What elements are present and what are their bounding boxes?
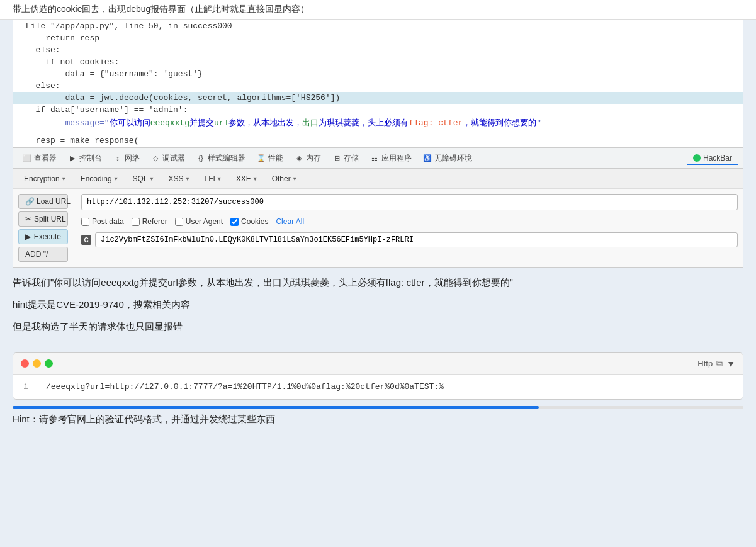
post-data-checkbox-item[interactable]: Post data bbox=[81, 217, 124, 226]
copy-icon[interactable]: ⧉ bbox=[716, 358, 723, 369]
referer-checkbox[interactable] bbox=[132, 218, 140, 226]
cookie-row: C bbox=[76, 230, 743, 252]
code-line-8: if data['username'] == 'admin': bbox=[13, 104, 743, 116]
network-label: 网络 bbox=[125, 153, 140, 164]
clear-all-text: Clear All bbox=[276, 217, 304, 226]
traffic-light-red bbox=[21, 359, 29, 368]
terminal-block: Http ⧉ ▼ 1 /eeeqxtg?url=http://127.0.0.1… bbox=[13, 352, 743, 400]
devtools-console-btn[interactable]: ▶ 控制台 bbox=[63, 150, 107, 166]
split-url-button[interactable]: ✂ Split URL bbox=[18, 211, 68, 227]
terminal-header-right: Http ⧉ ▼ bbox=[697, 358, 735, 369]
code-line-1: File "/app/app.py", line 50, in success0… bbox=[13, 20, 743, 32]
devtools-styleeditor-btn[interactable]: {} 样式编辑器 bbox=[191, 150, 251, 166]
terminal-lang-label: Http bbox=[697, 359, 713, 368]
xss-label: XSS bbox=[169, 174, 184, 183]
devtools-inspector-btn[interactable]: ⬜ 查看器 bbox=[18, 150, 62, 166]
traffic-light-green bbox=[45, 359, 53, 368]
hackbar-label: HackBar bbox=[703, 154, 732, 162]
accessibility-icon: ♿ bbox=[423, 154, 432, 162]
devtools-application-btn[interactable]: ⚏ 应用程序 bbox=[365, 150, 417, 166]
styleeditor-label: 样式编辑器 bbox=[208, 153, 245, 164]
other-arrow-icon: ▼ bbox=[292, 176, 298, 182]
code-block: File "/app/app.py", line 50, in success0… bbox=[13, 20, 743, 147]
code-line-5: data = {"username": 'guest'} bbox=[13, 68, 743, 80]
sql-arrow-icon: ▼ bbox=[149, 176, 155, 182]
lfi-label: LFI bbox=[204, 174, 215, 183]
inspector-label: 查看器 bbox=[34, 153, 57, 164]
user-agent-label: User Agent bbox=[186, 217, 223, 226]
execute-button[interactable]: ▶ Execute bbox=[18, 229, 68, 244]
terminal-line-1: 1 /eeeqxtg?url=http://127.0.0.1:7777/?a=… bbox=[23, 382, 733, 392]
user-agent-checkbox-item[interactable]: User Agent bbox=[175, 217, 223, 226]
devtools-storage-btn[interactable]: ⊞ 存储 bbox=[327, 150, 364, 166]
code-line-2: return resp bbox=[13, 32, 743, 44]
xxe-label: XXE bbox=[236, 174, 251, 183]
split-url-label: Split URL bbox=[34, 215, 66, 223]
lfi-arrow-icon: ▼ bbox=[217, 176, 222, 182]
menu-xxe[interactable]: XXE ▼ bbox=[230, 172, 264, 186]
encryption-label: Encryption bbox=[24, 174, 60, 183]
hackbar-left-panel: 🔗 Load URL ✂ Split URL ▶ Execute ADD "/ bbox=[13, 189, 76, 267]
checkbox-row: Post data Referer User Agent Cookies Cle… bbox=[76, 213, 743, 230]
devtools-accessibility-btn[interactable]: ♿ 无障碍环境 bbox=[418, 150, 477, 166]
menu-xss[interactable]: XSS ▼ bbox=[163, 172, 196, 186]
code-line-12: resp = make_response( bbox=[13, 135, 743, 147]
performance-label: 性能 bbox=[268, 153, 283, 164]
hackbar-panel: Encryption ▼ Encoding ▼ SQL ▼ XSS ▼ LFI … bbox=[13, 169, 743, 268]
bottom-hint-text: Hint：请参考官网上的验证代码格式，并通过并发绕过某些东西 bbox=[13, 414, 275, 424]
progress-bar bbox=[13, 406, 539, 409]
hackbar-main-layout: 🔗 Load URL ✂ Split URL ▶ Execute ADD "/ bbox=[13, 189, 743, 267]
hackbar-tab-btn[interactable]: HackBar bbox=[687, 151, 738, 165]
expand-icon[interactable]: ▼ bbox=[726, 359, 735, 369]
url-input[interactable] bbox=[81, 194, 738, 210]
devtools-debugger-btn[interactable]: ◇ 调试器 bbox=[146, 150, 190, 166]
hackbar-menu-bar: Encryption ▼ Encoding ▼ SQL ▼ XSS ▼ LFI … bbox=[13, 169, 743, 189]
referer-checkbox-item[interactable]: Referer bbox=[132, 217, 167, 226]
devtools-performance-btn[interactable]: ⌛ 性能 bbox=[252, 150, 288, 166]
style-icon: {} bbox=[196, 154, 205, 162]
add-slash-button[interactable]: ADD "/ bbox=[18, 247, 68, 262]
code-line-3: else: bbox=[13, 44, 743, 56]
hackbar-dot-icon bbox=[693, 154, 701, 162]
encryption-arrow-icon: ▼ bbox=[61, 176, 67, 182]
memory-label: 内存 bbox=[306, 153, 321, 164]
menu-other[interactable]: Other ▼ bbox=[266, 172, 303, 186]
performance-icon: ⌛ bbox=[257, 154, 266, 162]
bottom-hint: Hint：请参考官网上的验证代码格式，并通过并发绕过某些东西 bbox=[0, 414, 756, 426]
user-agent-checkbox[interactable] bbox=[175, 218, 183, 226]
load-url-button[interactable]: 🔗 Load URL bbox=[18, 194, 68, 209]
debugger-label: 调试器 bbox=[162, 153, 185, 164]
terminal-body: 1 /eeeqxtg?url=http://127.0.0.1:7777/?a=… bbox=[13, 375, 743, 399]
terminal-code: /eeeqxtg?url=http://127.0.0.1:7777/?a=1%… bbox=[46, 382, 444, 392]
content-area: 告诉我们"你可以访问eeeqxxtg并提交url参数，从本地出发，出口为琪琪菱菱… bbox=[0, 268, 756, 346]
console-label: 控制台 bbox=[79, 153, 102, 164]
network-icon: ↕ bbox=[113, 154, 122, 162]
menu-lfi[interactable]: LFI ▼ bbox=[198, 172, 227, 186]
traffic-lights bbox=[21, 359, 53, 368]
hackbar-right-panel: Post data Referer User Agent Cookies Cle… bbox=[76, 189, 743, 267]
devtools-memory-btn[interactable]: ◈ 内存 bbox=[290, 150, 326, 166]
clear-all-link[interactable]: Clear All bbox=[276, 217, 304, 226]
other-label: Other bbox=[272, 174, 291, 183]
devtools-network-btn[interactable]: ↕ 网络 bbox=[108, 150, 145, 166]
storage-icon: ⊞ bbox=[332, 154, 341, 162]
cookie-input[interactable] bbox=[95, 232, 738, 247]
cookies-label: Cookies bbox=[241, 217, 268, 226]
post-data-checkbox[interactable] bbox=[81, 218, 89, 226]
load-url-icon: 🔗 bbox=[25, 197, 34, 206]
terminal-header: Http ⧉ ▼ bbox=[13, 353, 743, 375]
split-url-icon: ✂ bbox=[25, 215, 31, 223]
devtools-toolbar: ⬜ 查看器 ▶ 控制台 ↕ 网络 ◇ 调试器 {} 样式编辑器 ⌛ 性能 ◈ 内… bbox=[13, 147, 743, 169]
referer-label: Referer bbox=[142, 217, 167, 226]
menu-encryption[interactable]: Encryption ▼ bbox=[18, 172, 72, 186]
line-number: 1 bbox=[23, 382, 36, 392]
cookies-checkbox[interactable] bbox=[230, 218, 239, 226]
menu-sql[interactable]: SQL ▼ bbox=[127, 172, 161, 186]
top-banner: 带上伪造的cookie回去，出现debug报错界面（止解此时就是直接回显内容） bbox=[0, 0, 756, 20]
menu-encoding[interactable]: Encoding ▼ bbox=[75, 172, 125, 186]
cookie-label-badge: C bbox=[81, 235, 91, 245]
execute-icon: ▶ bbox=[25, 232, 31, 241]
progress-bar-container bbox=[13, 406, 743, 409]
cookies-checkbox-item[interactable]: Cookies bbox=[230, 217, 268, 226]
paragraph-2: hint提示是CVE-2019-9740，搜索相关内容 bbox=[13, 296, 743, 313]
